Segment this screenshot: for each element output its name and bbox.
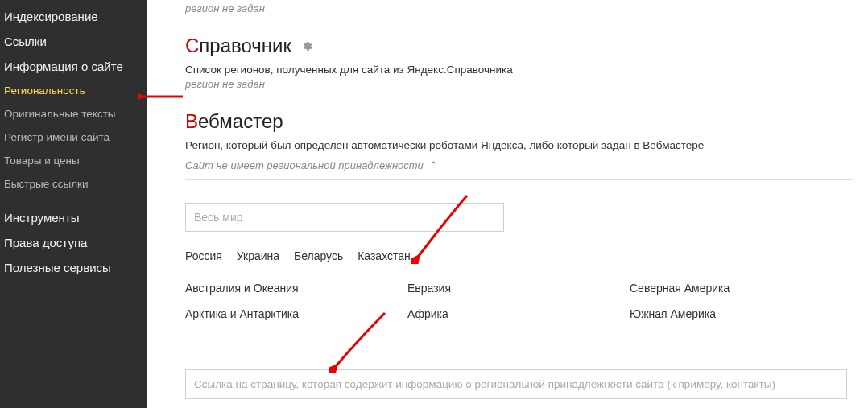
country-belarus[interactable]: Беларусь [294, 249, 343, 262]
divider [185, 179, 852, 180]
section-title-webmaster: Вебмастер [185, 110, 852, 133]
title-first-letter: С [185, 35, 199, 56]
top-status-note: регион не задан [185, 2, 852, 14]
region-north-america[interactable]: Северная Америка [630, 282, 852, 295]
sidebar-item-access-rights[interactable]: Права доступа [0, 230, 147, 255]
sidebar-item-label: Инструменты [4, 211, 80, 225]
region-arctic-antarctic[interactable]: Арктика и Антарктика [185, 307, 407, 320]
main-content: регион не задан Справочник Список регион… [147, 2, 868, 408]
spravochnik-desc: Список регионов, полученных для сайта из… [185, 64, 852, 76]
sidebar-item-links[interactable]: Ссылки [0, 29, 147, 54]
sidebar-item-goods-prices[interactable]: Товары и цены [0, 149, 147, 172]
sidebar: Индексирование Ссылки Информация о сайте… [0, 0, 147, 408]
sidebar-item-tools[interactable]: Инструменты [0, 205, 147, 230]
sidebar-item-regionality[interactable]: Региональность [0, 79, 147, 102]
sidebar-item-label: Информация о сайте [4, 60, 123, 73]
webmaster-collapse-toggle[interactable]: Сайт не имеет региональной принадлежност… [185, 159, 852, 171]
region-south-america[interactable]: Южная Америка [630, 307, 852, 320]
sidebar-item-label: Оригинальные тексты [4, 108, 116, 120]
sidebar-item-indexing[interactable]: Индексирование [0, 4, 147, 29]
region-col-1: Австралия и Океания Арктика и Антарктика [185, 282, 407, 333]
sidebar-item-label: Полезные сервисы [4, 261, 111, 274]
sidebar-item-label: Регистр имени сайта [4, 131, 110, 143]
sidebar-item-label: Индексирование [4, 10, 98, 23]
sidebar-item-label: Быстрые ссылки [4, 178, 89, 190]
region-col-2: Евразия Африка [407, 282, 630, 333]
sidebar-item-label: Ссылки [4, 35, 47, 48]
sidebar-item-label: Права доступа [4, 236, 87, 249]
sidebar-item-original-texts[interactable]: Оригинальные тексты [0, 102, 147, 126]
spravochnik-status: регион не задан [185, 78, 852, 90]
title-rest: правочник [199, 35, 291, 56]
country-russia[interactable]: Россия [185, 249, 222, 262]
region-africa[interactable]: Африка [407, 307, 630, 320]
region-grid: Австралия и Океания Арктика и Антарктика… [185, 282, 852, 333]
region-col-3: Северная Америка Южная Америка [630, 282, 852, 333]
region-search-input[interactable] [185, 203, 504, 232]
title-rest: ебмастер [198, 110, 283, 132]
sidebar-item-label: Товары и цены [4, 155, 80, 167]
collapse-label: Сайт не имеет региональной принадлежност… [185, 159, 424, 171]
sidebar-item-site-name-case[interactable]: Регистр имени сайта [0, 126, 147, 149]
chevron-up-icon: ⌃ [429, 159, 438, 171]
country-ukraine[interactable]: Украина [237, 249, 279, 262]
sidebar-item-label: Региональность [4, 84, 85, 97]
section-title-spravochnik: Справочник [185, 35, 852, 57]
sidebar-item-useful-services[interactable]: Полезные сервисы [0, 255, 147, 280]
sidebar-item-quick-links[interactable]: Быстрые ссылки [0, 172, 147, 196]
region-australia-oceania[interactable]: Австралия и Океания [185, 282, 407, 295]
region-eurasia[interactable]: Евразия [407, 282, 630, 295]
sidebar-item-site-info[interactable]: Информация о сайте [0, 54, 147, 79]
region-url-input[interactable] [185, 369, 847, 399]
country-quick-links: Россия Украина Беларусь Казахстан [185, 249, 852, 262]
webmaster-desc: Регион, который был определен автоматиче… [185, 139, 852, 151]
country-kazakhstan[interactable]: Казахстан [358, 249, 411, 262]
title-first-letter: В [185, 110, 198, 132]
gear-icon[interactable] [302, 41, 312, 54]
